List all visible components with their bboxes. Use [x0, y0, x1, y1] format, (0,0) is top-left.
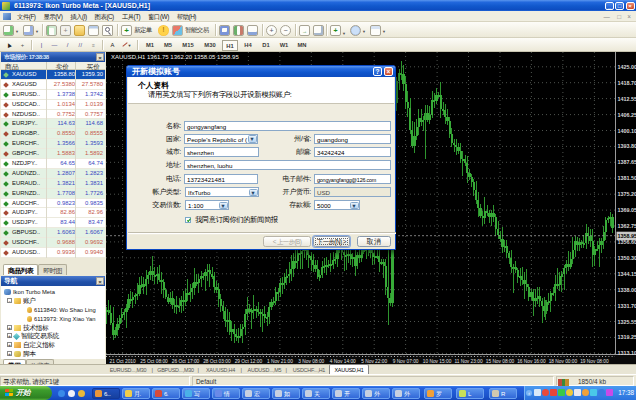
svg-text:1406.25: 1406.25 [618, 112, 636, 118]
svg-text:1418.70: 1418.70 [618, 80, 636, 86]
svg-text:1319.25: 1319.25 [618, 334, 636, 340]
svg-text:29 Oct 12:00: 29 Oct 12:00 [235, 359, 263, 364]
svg-text:1325.55: 1325.55 [618, 319, 636, 325]
svg-text:1344.15: 1344.15 [618, 271, 636, 277]
svg-text:1412.55: 1412.55 [618, 96, 636, 102]
svg-text:1313.10: 1313.10 [618, 350, 636, 356]
svg-text:1369.05: 1369.05 [618, 207, 636, 213]
svg-text:1375.20: 1375.20 [618, 191, 636, 197]
svg-text:XAUUSD,H1 1361.75 1362.20 135: XAUUSD,H1 1361.75 1362.20 1358.05 1358.9… [111, 54, 239, 60]
svg-text:1362.75: 1362.75 [618, 223, 636, 229]
svg-text:15 Nov 08:00: 15 Nov 08:00 [486, 359, 515, 364]
svg-text:1425.00: 1425.00 [618, 64, 636, 70]
svg-text:1 Nov 21:00: 1 Nov 21:00 [267, 359, 293, 364]
svg-text:11 Nov 23:00: 11 Nov 23:00 [454, 359, 483, 364]
svg-text:1381.50: 1381.50 [618, 175, 636, 181]
svg-text:21 Oct 2010: 21 Oct 2010 [110, 359, 136, 364]
svg-text:1400.10: 1400.10 [618, 128, 636, 134]
svg-text:19 Nov 08:00: 19 Nov 08:00 [580, 359, 609, 364]
svg-text:18 Nov 00:00: 18 Nov 00:00 [549, 359, 578, 364]
svg-text:26 Oct 17:00: 26 Oct 17:00 [172, 359, 200, 364]
svg-text:3 Nov 08:00: 3 Nov 08:00 [298, 359, 324, 364]
svg-text:1387.65: 1387.65 [618, 159, 636, 165]
svg-text:5 Nov 22:00: 5 Nov 22:00 [361, 359, 387, 364]
svg-text:1393.80: 1393.80 [618, 143, 636, 149]
svg-text:1350.30: 1350.30 [618, 255, 636, 261]
svg-text:10 Nov 15:00: 10 Nov 15:00 [423, 359, 452, 364]
svg-text:4 Nov 14:00: 4 Nov 14:00 [330, 359, 356, 364]
svg-text:28 Oct 03:00: 28 Oct 03:00 [203, 359, 231, 364]
svg-text:1358.95: 1358.95 [618, 233, 636, 239]
svg-text:1331.70: 1331.70 [618, 303, 636, 309]
svg-text:9 Nov 07:00: 9 Nov 07:00 [393, 359, 419, 364]
svg-text:1338.00: 1338.00 [618, 287, 636, 293]
svg-text:16 Nov 16:00: 16 Nov 16:00 [517, 359, 546, 364]
svg-text:25 Oct 08:00: 25 Oct 08:00 [140, 359, 168, 364]
